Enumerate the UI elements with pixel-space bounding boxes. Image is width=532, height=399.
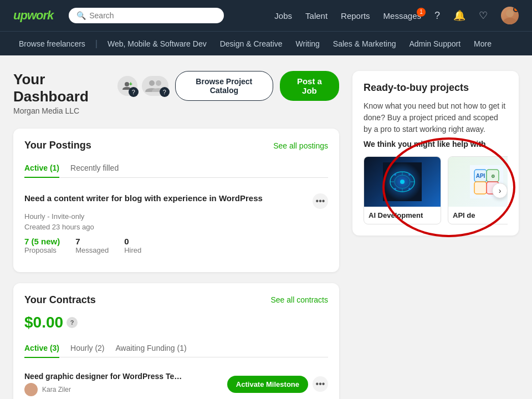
messages-link[interactable]: Messages [383,11,421,21]
contracts-amount: $0.00 ? [24,314,328,331]
postings-title: Your Postings [24,140,91,151]
tab-hourly-contracts[interactable]: Hourly (2) [70,339,104,358]
dashboard-actions: + ? ? Browse P [117,71,339,101]
tab-active-contracts[interactable]: Active (3) [24,339,59,358]
dashboard-title: Your Dashboard [13,71,117,105]
search-icon: 🔍 [76,11,86,20]
proposals-stat: 7 (5 new) Proposals [24,237,60,254]
proposals-label: Proposals [24,246,60,254]
project-ai-label: AI Development [364,207,441,224]
jobs-link[interactable]: Jobs [274,11,292,21]
svg-text:API: API [476,173,485,179]
svg-point-16 [394,188,396,190]
talent-link[interactable]: Talent [305,11,328,21]
messages-nav[interactable]: Messages 1 [383,11,421,21]
reports-link[interactable]: Reports [341,11,370,21]
hired-count: 0 [124,237,141,246]
team-help-badge: ? [160,87,170,97]
more-categories-link[interactable]: More [468,39,497,48]
activate-milestone-button[interactable]: Activate Milestone [227,376,308,393]
right-column: Ready-to-buy projects Know what you need… [352,71,519,399]
search-bar[interactable]: 🔍 [69,8,224,23]
category-navigation: Browse freelancers | Web, Mobile & Softw… [0,31,532,55]
favorites-icon[interactable]: ♡ [479,9,488,22]
job-title: Need a content writer for blog with expe… [24,193,328,209]
cat-separator: | [95,39,98,49]
job-more-options-button[interactable]: ••• [313,193,328,209]
contract-more-options-button[interactable]: ••• [313,376,328,392]
proposals-count: 7 (5 new) [24,237,60,246]
contract-info: Need graphic designer for WordPress Te… … [24,372,227,396]
left-column: Your Dashboard Morgan Media LLC + ? [13,71,339,399]
ready-description: Know what you need but not how to get it… [364,100,508,135]
search-input[interactable] [89,11,200,20]
contract-tabs: Active (3) Hourly (2) Awaiting Funding (… [24,339,328,358]
admin-support-link[interactable]: Admin Support [403,39,466,48]
design-creative-link[interactable]: Design & Creative [214,39,288,48]
tab-recently-filled[interactable]: Recently filled [70,159,119,178]
online-status-dot [513,7,519,12]
dashboard-header: Your Dashboard Morgan Media LLC + ? [13,71,339,115]
post-a-job-button[interactable]: Post a Job [280,71,339,101]
svg-point-5 [156,80,161,86]
messaged-count: 7 [75,237,109,246]
contracts-title: Your Contracts [24,294,96,306]
projects-next-arrow[interactable]: › [492,183,508,198]
tab-awaiting-funding[interactable]: Awaiting Funding (1) [116,339,187,358]
user-avatar[interactable] [501,7,519,24]
contracts-help-icon[interactable]: ? [66,317,78,328]
team-icon[interactable]: ? [142,76,168,96]
contract-row: Need graphic designer for WordPress Te… … [24,366,328,399]
postings-header: Your Postings See all postings [24,140,328,151]
web-dev-link[interactable]: Web, Mobile & Software Dev [102,39,212,48]
svg-point-0 [506,9,514,17]
writing-link[interactable]: Writing [290,39,325,48]
nav-links: Jobs Talent Reports Messages 1 ? 🔔 ♡ [274,7,519,24]
dashboard-company: Morgan Media LLC [13,106,117,115]
see-all-postings-link[interactable]: See all postings [273,141,328,150]
svg-text:⚙: ⚙ [491,174,495,179]
hired-label: Hired [124,246,141,254]
svg-point-17 [408,188,411,190]
contractor-name: Kara Ziler [42,386,71,393]
job-stats: 7 (5 new) Proposals 7 Messaged 0 Hired [24,237,328,254]
invite-freelancer-icon[interactable]: + ? [117,76,137,96]
project-ai-image [364,157,441,207]
project-ai-development[interactable]: AI Development [364,156,441,224]
ready-to-buy-card: Ready-to-buy projects Know what you need… [352,71,519,236]
browse-project-catalog-button[interactable]: Browse Project Catalog [175,71,273,101]
postings-tabs: Active (1) Recently filled [24,159,328,178]
messages-badge: 1 [417,8,426,17]
project-api-image: API ⚙ [448,157,508,207]
contracts-header: Your Contracts See all contracts [24,294,328,306]
top-navigation: upwork 🔍 Jobs Talent Reports Messages 1 … [0,0,532,31]
svg-point-1 [503,18,516,24]
sales-marketing-link[interactable]: Sales & Marketing [328,39,402,48]
messaged-label: Messaged [75,246,109,254]
contractor-avatar [24,383,38,396]
job-created: Created 23 hours ago [24,223,328,231]
help-icon[interactable]: ? [434,10,440,22]
notifications-icon[interactable]: 🔔 [453,9,466,22]
job-posting-item: Need a content writer for blog with expe… [24,187,328,261]
tab-active[interactable]: Active (1) [24,159,59,178]
dashboard-title-section: Your Dashboard Morgan Media LLC [13,71,117,115]
hired-stat: 0 Hired [124,237,141,254]
see-all-contracts-link[interactable]: See all contracts [271,295,329,304]
contract-title: Need graphic designer for WordPress Te… [24,372,227,381]
browse-freelancers-link[interactable]: Browse freelancers [13,39,91,48]
ready-title: Ready-to-buy projects [364,82,508,94]
svg-point-2 [125,82,129,86]
icon-group: + ? ? [117,76,168,96]
svg-rect-23 [474,182,487,194]
contracts-card: Your Contracts See all contracts $0.00 ?… [13,283,339,400]
project-api-label: API de [448,207,508,224]
main-content: Your Dashboard Morgan Media LLC + ? [0,55,532,399]
messaged-stat: 7 Messaged [75,237,109,254]
upwork-logo[interactable]: upwork [13,8,53,23]
help-badge: ? [129,87,139,97]
svg-point-9 [400,180,405,184]
svg-point-15 [408,173,411,176]
ready-subtitle: We think you might like help with [364,140,508,149]
svg-text:+: + [129,81,132,87]
